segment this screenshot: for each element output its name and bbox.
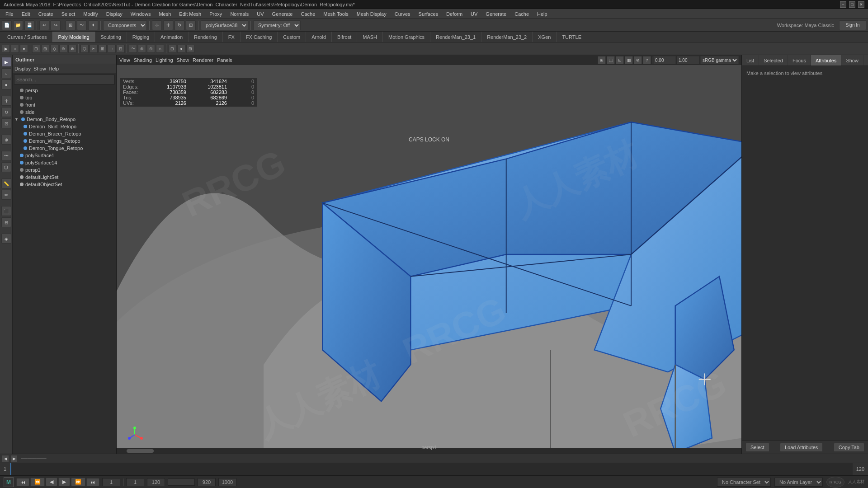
tool-combine[interactable]: ⊕ bbox=[138, 45, 146, 53]
vp-tool-4[interactable]: ▦ bbox=[625, 56, 633, 64]
lasso-btn[interactable]: ○ bbox=[1, 68, 11, 78]
select-tool[interactable]: ⊹ bbox=[152, 20, 162, 30]
vp-tool-1[interactable]: ⊞ bbox=[598, 56, 606, 64]
scale-tool[interactable]: ⊡ bbox=[186, 20, 196, 30]
viewport-hscroll-thumb[interactable] bbox=[127, 449, 154, 453]
polysurface-dropdown[interactable]: polySurface38 bbox=[201, 20, 248, 30]
symmetry-dropdown[interactable]: Symmetry: Off bbox=[253, 20, 301, 30]
tab-arnold[interactable]: Arnold bbox=[306, 32, 332, 42]
tab-fx-caching[interactable]: FX Caching bbox=[241, 32, 278, 42]
sign-in-button[interactable]: Sign In bbox=[839, 20, 866, 30]
tool-select-object[interactable]: ▶ bbox=[2, 45, 10, 53]
menu-mesh-display[interactable]: Mesh Display bbox=[353, 10, 390, 18]
outliner-search-input[interactable] bbox=[16, 77, 113, 82]
tree-item-demon-bracer[interactable]: Demon_Bracer_Retopo bbox=[13, 130, 116, 137]
tab-fx[interactable]: FX bbox=[223, 32, 241, 42]
close-button[interactable]: ✕ bbox=[858, 1, 864, 8]
menu-deform[interactable]: Deform bbox=[443, 10, 466, 18]
tab-animation[interactable]: Animation bbox=[155, 32, 189, 42]
render-region-btn[interactable]: ⬛ bbox=[1, 206, 11, 216]
rp-tab-show[interactable]: Show bbox=[841, 55, 863, 66]
minimize-button[interactable]: − bbox=[840, 1, 846, 8]
xray-btn[interactable]: ◈ bbox=[1, 234, 11, 244]
vp-menu-shading[interactable]: Shading bbox=[134, 57, 152, 63]
tree-item-demon-body[interactable]: ▼ Demon_Body_Retopo bbox=[13, 116, 116, 123]
select-mode-btn[interactable]: ▶ bbox=[1, 57, 11, 67]
menu-edit-mesh[interactable]: Edit Mesh bbox=[175, 10, 205, 18]
range-start-input[interactable] bbox=[126, 478, 144, 486]
menu-display[interactable]: Display bbox=[103, 10, 126, 18]
menu-cache[interactable]: Cache bbox=[297, 10, 319, 18]
anim-layer-select[interactable]: No Anim Layer bbox=[774, 478, 823, 487]
rotate-btn[interactable]: ↻ bbox=[1, 107, 11, 117]
load-attributes-button[interactable]: Load Attributes bbox=[780, 443, 823, 452]
tree-item-persp[interactable]: persp bbox=[13, 87, 116, 94]
bt-btn-forward[interactable]: ▶ bbox=[10, 455, 18, 462]
playback-start-btn[interactable]: ⏮ bbox=[16, 478, 29, 486]
rotate-tool[interactable]: ↻ bbox=[175, 20, 184, 30]
menu-edit[interactable]: Edit bbox=[18, 10, 34, 18]
tab-poly-modeling[interactable]: Poly Modeling bbox=[52, 32, 95, 42]
sculpt-btn[interactable]: ⬡ bbox=[1, 162, 11, 172]
tree-item-demon-wings[interactable]: Demon_Wings_Retopo bbox=[13, 137, 116, 145]
tree-item-demon-skirt[interactable]: Demon_Skirt_Retopo bbox=[13, 123, 116, 130]
tab-turtle[interactable]: TURTLE bbox=[557, 32, 587, 42]
menu-uv2[interactable]: UV bbox=[467, 10, 481, 18]
menu-cache2[interactable]: Cache bbox=[511, 10, 533, 18]
range-end3-input[interactable] bbox=[218, 478, 236, 486]
tree-item-default-object-set[interactable]: defaultObjectSet bbox=[13, 181, 116, 188]
tool-quad-draw[interactable]: ⬡ bbox=[80, 45, 89, 53]
menu-normals[interactable]: Normals bbox=[226, 10, 252, 18]
tool-offset-edge[interactable]: ⊟ bbox=[117, 45, 125, 53]
measure-btn[interactable]: 📏 bbox=[1, 178, 11, 188]
menu-proxy[interactable]: Proxy bbox=[206, 10, 226, 18]
playback-next-btn[interactable]: ⏩ bbox=[71, 478, 85, 486]
tab-xgen[interactable]: XGen bbox=[533, 32, 557, 42]
components-dropdown[interactable]: Components bbox=[103, 20, 147, 30]
tool-lasso[interactable]: ○ bbox=[11, 45, 19, 53]
rp-tab-help[interactable]: Help bbox=[863, 55, 868, 66]
vp-gamma-select[interactable]: sRGB gamma bbox=[700, 56, 739, 64]
menu-windows[interactable]: Windows bbox=[127, 10, 155, 18]
tree-item-top[interactable]: top bbox=[13, 94, 116, 101]
tab-rendering[interactable]: Rendering bbox=[189, 32, 223, 42]
menu-modify[interactable]: Modify bbox=[80, 10, 101, 18]
vp-tool-2[interactable]: ⬚ bbox=[607, 56, 615, 64]
menu-surfaces[interactable]: Surfaces bbox=[415, 10, 442, 18]
save-button[interactable]: 💾 bbox=[24, 20, 34, 30]
outliner-menu-show[interactable]: Show bbox=[33, 66, 46, 71]
vp-tool-5[interactable]: ⊗ bbox=[634, 56, 642, 64]
menu-mesh[interactable]: Mesh bbox=[155, 10, 175, 18]
vp-menu-renderer[interactable]: Renderer bbox=[193, 57, 213, 63]
select-button[interactable]: Select bbox=[745, 443, 769, 452]
tool-merge[interactable]: ⊕ bbox=[59, 45, 67, 53]
tool-slide-edge[interactable]: ↔ bbox=[108, 45, 116, 53]
window-controls[interactable]: − □ ✕ bbox=[840, 1, 864, 8]
soft-select-btn[interactable]: 〜 bbox=[1, 151, 11, 161]
tool-bridge[interactable]: ⊞ bbox=[41, 45, 49, 53]
rp-tab-list[interactable]: List bbox=[742, 55, 759, 66]
redo-button[interactable]: ↪ bbox=[51, 20, 61, 30]
open-button[interactable]: 📁 bbox=[13, 20, 23, 30]
current-frame-input[interactable] bbox=[102, 478, 120, 486]
menu-create[interactable]: Create bbox=[35, 10, 57, 18]
menu-generate[interactable]: Generate bbox=[269, 10, 297, 18]
timeline-ruler[interactable] bbox=[10, 463, 853, 475]
menu-file[interactable]: File bbox=[2, 10, 17, 18]
tool-smooth[interactable]: 〜 bbox=[129, 45, 137, 53]
character-set-select[interactable]: No Character Set bbox=[717, 478, 771, 487]
outliner-menu-help[interactable]: Help bbox=[49, 66, 59, 71]
snap-grid[interactable]: ⊞ bbox=[66, 20, 75, 30]
playback-play-btn[interactable]: ▶ bbox=[58, 478, 70, 486]
playback-prev-btn[interactable]: ◀ bbox=[46, 478, 57, 486]
viewport-3d[interactable]: RRCG RRCG 人人素材 人人素材 RRCG View Shading Li… bbox=[117, 55, 741, 454]
playback-prev-key-btn[interactable]: ⏪ bbox=[30, 478, 45, 486]
tool-wireframe[interactable]: ⊡ bbox=[168, 45, 176, 53]
timeline-mini[interactable] bbox=[168, 479, 195, 486]
move-tool[interactable]: ✛ bbox=[163, 20, 173, 30]
move-btn[interactable]: ✛ bbox=[1, 96, 11, 106]
tree-item-front[interactable]: front bbox=[13, 101, 116, 108]
tab-curves-surfaces[interactable]: Curves / Surfaces bbox=[2, 32, 52, 42]
tab-custom[interactable]: Custom bbox=[278, 32, 306, 42]
menu-generate2[interactable]: Generate bbox=[482, 10, 510, 18]
